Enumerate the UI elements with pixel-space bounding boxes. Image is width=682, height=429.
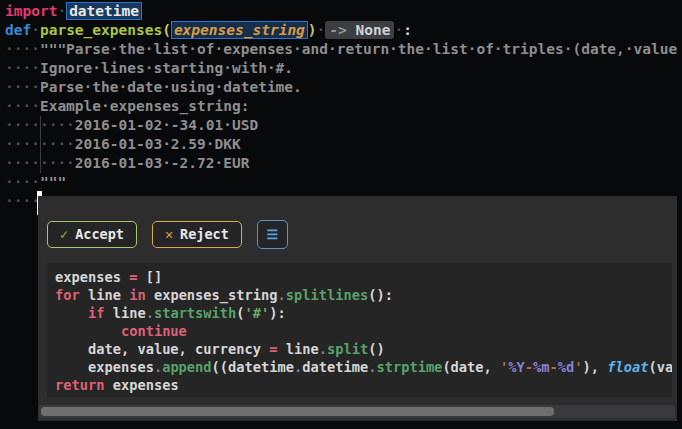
code-line: ····Ignore·lines·starting·with·#. [5, 59, 677, 78]
code-line: ········2016-01-03·-2.72·EUR [5, 154, 677, 173]
code-line: ····"""Parse·the·list·of·expenses·and·re… [5, 40, 677, 59]
code-line: ········2016-01-02·-34.01·USD [5, 116, 677, 135]
accept-button-label: Accept [75, 226, 124, 242]
horizontal-scrollbar-thumb[interactable] [41, 407, 554, 416]
copilot-suggestion-panel: ✓ Accept ✕ Reject ☰ expenses = []for lin… [38, 196, 677, 421]
menu-icon: ☰ [267, 227, 279, 242]
code-line: if line.startswith('#'): [55, 304, 672, 322]
code-line: date, value, currency = line.split() [55, 340, 672, 358]
more-options-button[interactable]: ☰ [257, 220, 288, 249]
code-line: ········2016-01-03·2.59·DKK [5, 135, 677, 154]
suggestion-code-block: expenses = []for line in expenses_string… [47, 263, 672, 397]
code-line: for line in expenses_string.splitlines()… [55, 286, 672, 304]
code-line: ····Example·expenses_string: [5, 97, 677, 116]
accept-button[interactable]: ✓ Accept [47, 221, 137, 248]
code-line: return expenses [55, 376, 672, 394]
code-line: expenses.append((datetime.datetime.strpt… [55, 358, 672, 376]
check-icon: ✓ [60, 226, 68, 242]
code-line: expenses = [] [55, 268, 672, 286]
code-line: def·parse_expenses(expenses_string)·-> N… [5, 21, 677, 40]
code-line: import·datetime [5, 2, 677, 21]
x-icon: ✕ [165, 226, 173, 242]
reject-button[interactable]: ✕ Reject [152, 221, 242, 248]
editor-code-lines: import·datetimedef·parse_expenses(expens… [5, 2, 677, 211]
code-line: continue [55, 322, 672, 340]
reject-button-label: Reject [180, 226, 229, 242]
code-line: ····Parse·the·date·using·datetime. [5, 78, 677, 97]
code-line: ····""" [5, 173, 677, 192]
horizontal-scrollbar-track[interactable] [39, 405, 675, 418]
suggestion-toolbar: ✓ Accept ✕ Reject ☰ [47, 220, 288, 249]
